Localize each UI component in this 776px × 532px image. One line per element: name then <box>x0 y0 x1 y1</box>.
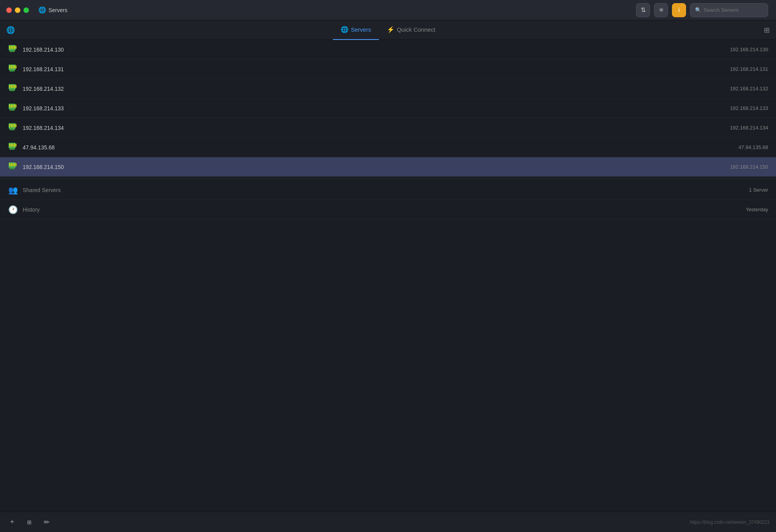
add-folder-icon: ⊞ <box>27 519 32 525</box>
add-folder-button[interactable]: ⊞ <box>23 516 35 528</box>
titlebar: 🌐 Servers ⇅ ✳ i 🔍 <box>0 0 776 20</box>
section-row[interactable]: 👥Shared Servers1 Server <box>0 180 776 200</box>
server-icon <box>8 84 17 93</box>
server-row[interactable]: 192.168.214.130192.168.214.130 <box>0 40 776 59</box>
globe-icon: 🌐 <box>38 6 46 14</box>
server-icon <box>8 65 17 74</box>
asterisk-icon: ✳ <box>659 6 664 14</box>
history-label: History <box>23 207 746 213</box>
server-row[interactable]: 192.168.214.133192.168.214.133 <box>0 99 776 118</box>
nav-globe-icon[interactable]: 🌐 <box>6 26 15 34</box>
server-name: 192.168.214.131 <box>23 66 730 72</box>
window-title: 🌐 Servers <box>35 6 113 14</box>
sort-button[interactable]: ⇅ <box>636 3 650 17</box>
server-address: 192.168.214.130 <box>730 47 768 52</box>
server-row[interactable]: 192.168.214.150192.168.214.150 <box>0 157 776 177</box>
server-icon <box>8 104 17 113</box>
server-row[interactable]: 192.168.214.134192.168.214.134 <box>0 118 776 138</box>
server-icon <box>8 45 17 54</box>
shared-servers-label: Shared Servers <box>23 187 749 193</box>
footer-url: https://blog.csdn.net/weixin_37490221 <box>690 519 770 525</box>
section-rows-container: 👥Shared Servers1 Server🕐HistoryYesterday <box>0 180 776 219</box>
server-row[interactable]: 192.168.214.132192.168.214.132 <box>0 79 776 99</box>
quickconnect-tab-icon: ⚡ <box>387 26 395 33</box>
search-input[interactable] <box>704 7 758 13</box>
toolbar-actions: ⇅ ✳ i 🔍 <box>636 3 776 17</box>
server-rows-container: 192.168.214.130192.168.214.130 192.168.2… <box>0 40 776 177</box>
traffic-lights <box>0 7 35 13</box>
title-text: Servers <box>48 7 67 13</box>
server-name: 192.168.214.133 <box>23 105 730 111</box>
nav-tabs: 🌐 Servers ⚡ Quick Connect <box>333 20 443 40</box>
add-button[interactable]: + <box>6 516 18 528</box>
minimize-button[interactable] <box>15 7 20 13</box>
server-name: 192.168.214.130 <box>23 47 730 53</box>
bottom-bar: + ⊞ ✏ https://blog.csdn.net/weixin_37490… <box>0 512 776 532</box>
history-icon: 🕐 <box>8 205 18 214</box>
servers-tab-label: Servers <box>351 26 371 33</box>
sort-icon: ⇅ <box>641 6 646 14</box>
divider <box>0 178 776 179</box>
server-name: 47.94.135.68 <box>23 144 738 151</box>
history-meta: Yesterday <box>746 207 768 212</box>
quickconnect-tab-label: Quick Connect <box>397 26 435 33</box>
tab-servers[interactable]: 🌐 Servers <box>333 20 379 40</box>
add-icon: + <box>10 518 14 526</box>
edit-button[interactable]: ✏ <box>41 516 52 528</box>
section-row[interactable]: 🕐HistoryYesterday <box>0 200 776 219</box>
server-name: 192.168.214.150 <box>23 164 730 170</box>
search-icon: 🔍 <box>695 7 701 13</box>
main-area: 🌐 🌐 Servers ⚡ Quick Connect ⊞ <box>0 20 776 532</box>
maximize-button[interactable] <box>23 7 29 13</box>
server-name: 192.168.214.134 <box>23 125 730 131</box>
server-icon <box>8 162 17 172</box>
server-row[interactable]: 47.94.135.6847.94.135.68 <box>0 138 776 157</box>
server-name: 192.168.214.132 <box>23 86 730 92</box>
server-address: 192.168.214.132 <box>730 86 768 92</box>
server-address: 192.168.214.134 <box>730 125 768 131</box>
edit-icon: ✏ <box>44 518 50 527</box>
navbar: 🌐 🌐 Servers ⚡ Quick Connect ⊞ <box>0 20 776 40</box>
asterisk-button[interactable]: ✳ <box>654 3 668 17</box>
server-list: 192.168.214.130192.168.214.130 192.168.2… <box>0 40 776 512</box>
close-button[interactable] <box>6 7 12 13</box>
server-icon <box>8 123 17 133</box>
server-row[interactable]: 192.168.214.131192.168.214.131 <box>0 59 776 79</box>
server-icon <box>8 143 17 152</box>
grid-icon[interactable]: ⊞ <box>764 26 770 34</box>
server-address: 47.94.135.68 <box>738 144 768 150</box>
info-icon: i <box>678 7 680 14</box>
server-address: 192.168.214.150 <box>730 164 768 170</box>
search-box[interactable]: 🔍 <box>690 3 768 17</box>
info-button[interactable]: i <box>672 3 686 17</box>
servers-tab-icon: 🌐 <box>341 26 348 33</box>
server-address: 192.168.214.133 <box>730 105 768 111</box>
server-address: 192.168.214.131 <box>730 66 768 72</box>
tab-quick-connect[interactable]: ⚡ Quick Connect <box>379 20 443 40</box>
shared-servers-icon: 👥 <box>8 185 18 195</box>
shared-servers-meta: 1 Server <box>749 187 768 193</box>
